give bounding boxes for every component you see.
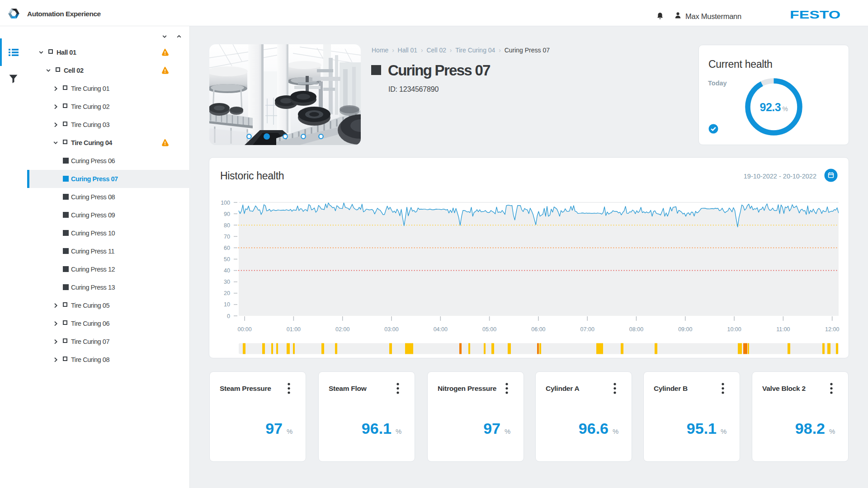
svg-text:04:00: 04:00 <box>434 326 448 333</box>
svg-text:90: 90 <box>224 211 230 217</box>
svg-text:06:00: 06:00 <box>531 326 545 333</box>
svg-text:00:00: 00:00 <box>237 326 251 333</box>
svg-text:100: 100 <box>221 200 230 206</box>
svg-text:70: 70 <box>224 234 230 240</box>
svg-text:01:00: 01:00 <box>287 326 301 333</box>
svg-text:20: 20 <box>224 290 230 296</box>
svg-text:50: 50 <box>224 256 230 263</box>
svg-text:FESTO: FESTO <box>790 10 840 19</box>
svg-text:12:00: 12:00 <box>825 326 839 333</box>
svg-text:0: 0 <box>227 313 230 319</box>
svg-text:30: 30 <box>224 279 230 285</box>
svg-text:11:00: 11:00 <box>776 326 790 333</box>
svg-text:80: 80 <box>224 222 230 229</box>
svg-text:40: 40 <box>224 267 230 274</box>
svg-text:10: 10 <box>224 301 230 308</box>
svg-text:02:00: 02:00 <box>335 326 349 333</box>
svg-text:05:00: 05:00 <box>482 326 496 333</box>
svg-text:09:00: 09:00 <box>678 326 692 333</box>
svg-text:07:00: 07:00 <box>580 326 594 333</box>
svg-text:10:00: 10:00 <box>727 326 741 333</box>
svg-text:03:00: 03:00 <box>384 326 398 333</box>
svg-text:08:00: 08:00 <box>629 326 643 333</box>
svg-text:60: 60 <box>224 245 230 251</box>
